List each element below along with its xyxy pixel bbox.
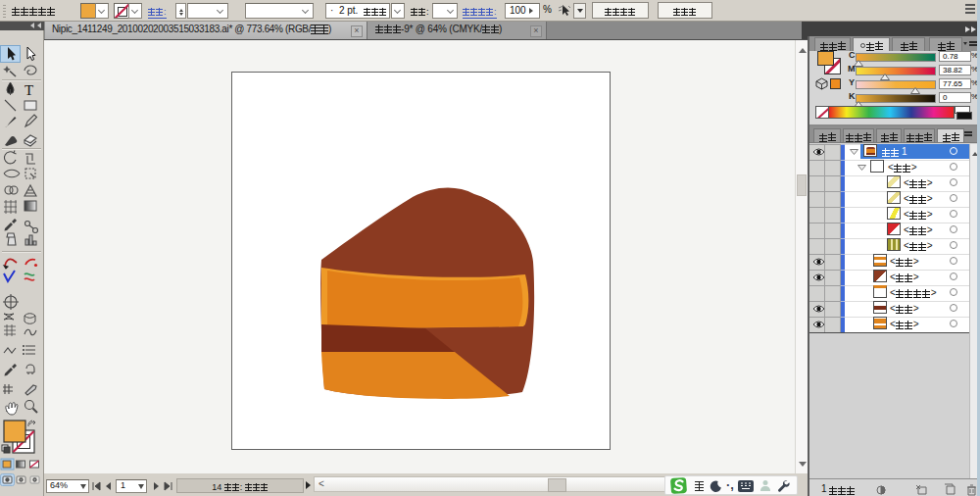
svg-text:T: T — [24, 82, 33, 98]
